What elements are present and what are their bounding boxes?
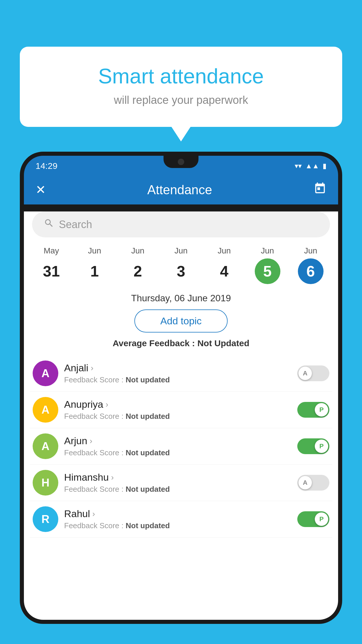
chevron-icon: ›: [106, 400, 108, 409]
date-month-6: Jun: [304, 246, 317, 256]
app-bar: ✕ Attendance: [24, 175, 338, 204]
search-icon: [44, 218, 54, 231]
student-avatar-3: H: [33, 470, 58, 496]
toggle-thumb-2: P: [315, 440, 328, 453]
calendar-icon[interactable]: [314, 182, 326, 197]
chevron-icon: ›: [89, 436, 92, 446]
avg-feedback: Average Feedback : Not Updated: [24, 338, 338, 348]
student-item-2[interactable]: AArjun ›Feedback Score : Not updatedP: [30, 428, 332, 465]
phone-body: 14:29 ▾▾ ▲▲ ▮ ✕ Attendance: [20, 152, 342, 624]
student-info-3: Himanshu ›Feedback Score : Not updated: [64, 472, 291, 494]
student-feedback-4: Feedback Score : Not updated: [64, 521, 291, 530]
date-num-5[interactable]: 5: [255, 258, 280, 284]
search-bar[interactable]: Search: [32, 211, 330, 237]
student-toggle-3[interactable]: A: [297, 475, 329, 491]
toggle-thumb-0: A: [298, 367, 312, 380]
student-name-0: Anjali ›: [64, 362, 291, 374]
speech-bubble: Smart attendance will replace your paper…: [20, 47, 342, 127]
app-bar-title: Attendance: [147, 183, 212, 197]
front-camera: [178, 159, 184, 165]
add-topic-button[interactable]: Add topic: [134, 309, 228, 332]
phone-mockup: 14:29 ▾▾ ▲▲ ▮ ✕ Attendance: [20, 152, 342, 644]
student-name-1: Anupriya ›: [64, 399, 291, 410]
selected-date-text: Thursday, 06 June 2019: [24, 290, 338, 309]
signal-icon: ▲▲: [305, 162, 319, 170]
date-col-6[interactable]: Jun6: [289, 246, 332, 284]
toggle-thumb-4: P: [315, 512, 328, 526]
phone-button-left: [20, 255, 23, 293]
bubble-title: Smart attendance: [34, 64, 328, 88]
toggle-thumb-1: P: [315, 403, 328, 416]
main-content: Search May31Jun1Jun2Jun3Jun4Jun5Jun6 Thu…: [24, 211, 338, 620]
student-avatar-1: A: [33, 397, 58, 423]
date-num-2[interactable]: 2: [125, 258, 151, 284]
student-feedback-3: Feedback Score : Not updated: [64, 485, 291, 494]
student-item-3[interactable]: HHimanshu ›Feedback Score : Not updatedA: [30, 465, 332, 501]
phone-notch: [164, 156, 198, 168]
student-info-4: Rahul ›Feedback Score : Not updated: [64, 508, 291, 530]
student-toggle-1[interactable]: P: [297, 402, 329, 418]
avg-feedback-label: Average Feedback :: [113, 338, 195, 348]
status-icons: ▾▾ ▲▲ ▮: [295, 162, 326, 170]
student-feedback-1: Feedback Score : Not updated: [64, 412, 291, 421]
date-month-1: Jun: [88, 246, 101, 256]
wifi-icon: ▾▾: [295, 162, 302, 170]
student-name-2: Arjun ›: [64, 435, 291, 447]
student-feedback-0: Feedback Score : Not updated: [64, 375, 291, 384]
close-button[interactable]: ✕: [36, 183, 46, 197]
student-item-1[interactable]: AAnupriya ›Feedback Score : Not updatedP: [30, 392, 332, 428]
date-num-6[interactable]: 6: [298, 258, 324, 284]
student-info-2: Arjun ›Feedback Score : Not updated: [64, 435, 291, 457]
chevron-icon: ›: [91, 363, 93, 373]
chevron-icon: ›: [92, 509, 95, 519]
student-toggle-0[interactable]: A: [297, 365, 329, 381]
date-num-1[interactable]: 1: [82, 258, 107, 284]
toggle-thumb-3: A: [298, 476, 312, 489]
student-info-0: Anjali ›Feedback Score : Not updated: [64, 362, 291, 384]
date-num-3[interactable]: 3: [168, 258, 194, 284]
student-avatar-2: A: [33, 433, 58, 459]
student-info-1: Anupriya ›Feedback Score : Not updated: [64, 399, 291, 421]
date-picker: May31Jun1Jun2Jun3Jun4Jun5Jun6: [24, 243, 338, 290]
battery-icon: ▮: [323, 162, 326, 170]
status-time: 14:29: [36, 161, 57, 171]
date-col-4[interactable]: Jun4: [203, 246, 246, 284]
student-avatar-4: R: [33, 506, 58, 532]
date-col-1[interactable]: Jun1: [73, 246, 116, 284]
student-name-4: Rahul ›: [64, 508, 291, 519]
date-col-2[interactable]: Jun2: [116, 246, 159, 284]
search-placeholder: Search: [59, 218, 92, 231]
student-item-4[interactable]: RRahul ›Feedback Score : Not updatedP: [30, 501, 332, 538]
date-col-5[interactable]: Jun5: [246, 246, 289, 284]
date-num-0[interactable]: 31: [38, 258, 64, 284]
date-month-0: May: [44, 246, 59, 256]
bubble-subtitle: will replace your paperwork: [34, 94, 328, 106]
date-month-2: Jun: [131, 246, 144, 256]
date-col-0[interactable]: May31: [30, 246, 73, 284]
student-feedback-2: Feedback Score : Not updated: [64, 448, 291, 457]
student-toggle-2[interactable]: P: [297, 438, 329, 454]
phone-button-right2: [339, 278, 342, 302]
chevron-icon: ›: [111, 473, 114, 482]
date-month-3: Jun: [174, 246, 187, 256]
date-month-5: Jun: [261, 246, 274, 256]
student-item-0[interactable]: AAnjali ›Feedback Score : Not updatedA: [30, 355, 332, 392]
student-avatar-0: A: [33, 360, 58, 386]
date-month-4: Jun: [218, 246, 231, 256]
student-name-3: Himanshu ›: [64, 472, 291, 483]
student-list: AAnjali ›Feedback Score : Not updatedAAA…: [24, 355, 338, 538]
student-toggle-4[interactable]: P: [297, 511, 329, 527]
date-col-3[interactable]: Jun3: [159, 246, 203, 284]
phone-button-right1: [339, 243, 342, 267]
date-num-4[interactable]: 4: [211, 258, 237, 284]
avg-feedback-value: Not Updated: [197, 338, 249, 348]
